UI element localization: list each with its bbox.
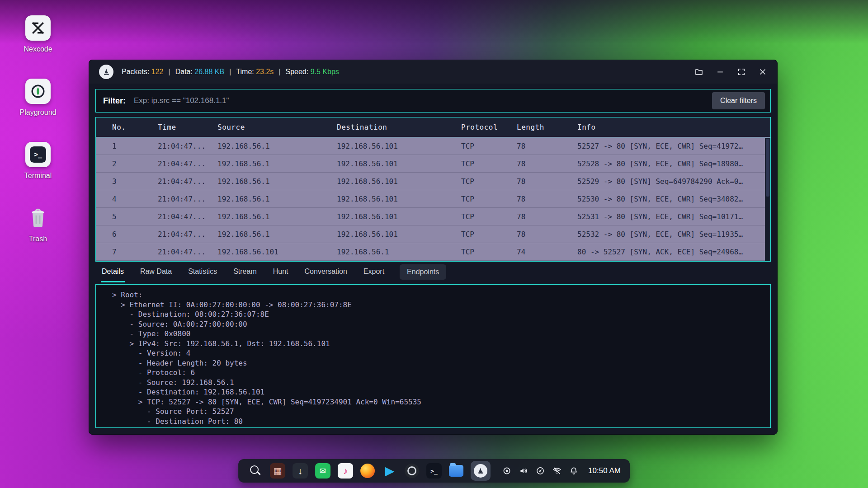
tree-node[interactable]: > Ethernet II: 0A:00:27:00:00:00 -> 08:0… [112,300,770,310]
cell: 78 [517,142,577,150]
table-scrollbar[interactable] [765,138,770,261]
music-icon[interactable]: ♪ [338,463,353,479]
cell: 78 [517,177,577,186]
maximize-button[interactable] [737,67,746,76]
messages-icon[interactable]: ✉ [315,463,330,479]
launcher-icon[interactable] [247,463,263,479]
column-header-protocol[interactable]: Protocol [461,123,517,131]
tree-field: - Destination Port: 80 [112,417,770,427]
column-header-destination[interactable]: Destination [337,123,461,131]
stat-separator: | [278,68,280,76]
cell: 192.168.56.1 [217,212,337,221]
packet-table: No.TimeSourceDestinationProtocolLengthIn… [95,117,771,262]
nexcode-icon [25,15,51,41]
column-header-time[interactable]: Time [158,123,217,131]
desktop-icon-nexcode[interactable]: Nexcode [24,15,52,53]
notifications-icon[interactable] [569,466,578,475]
terminal-glyph: >_ [30,146,46,163]
cell: 52527 -> 80 [SYN, ECE, CWR] Seq=41972… [577,142,770,150]
tree-node[interactable]: > TCP: 52527 -> 80 [SYN, ECE, CWR] Seq=4… [112,397,770,407]
table-row[interactable]: 621:04:47...192.168.56.1192.168.56.101TC… [96,225,770,243]
cell: 52528 -> 80 [SYN, ECE, CWR] Seq=18980… [577,160,770,168]
tab-export[interactable]: Export [363,262,385,282]
tab-conversation[interactable]: Conversation [304,262,348,282]
cell: 7 [112,248,158,256]
folder-icon[interactable] [694,67,703,76]
filter-input[interactable] [134,96,704,105]
cell: 192.168.56.1 [217,177,337,186]
stat-separator: | [229,68,231,76]
table-row[interactable]: 421:04:47...192.168.56.1192.168.56.101TC… [96,190,770,208]
close-button[interactable] [758,67,767,76]
cell: 21:04:47... [158,195,217,203]
tree-field: - Protocol: 6 [112,368,770,378]
app-logo-icon [99,65,113,79]
cell: 52531 -> 80 [SYN, ECE, CWR] Seq=10171… [577,212,770,221]
tree-field: - Source: 0A:00:27:00:00:00 [112,319,770,329]
terminal-icon[interactable]: >_ [426,463,442,479]
cell: 21:04:47... [158,230,217,239]
calculator-icon[interactable]: ▦ [270,463,285,479]
desktop-icon-playground[interactable]: Playground [20,79,57,117]
clear-filters-button[interactable]: Clear filters [712,92,765,109]
desktop-icon-list: Nexcode Playground >_ Terminal Trash [13,15,63,243]
browser-icon[interactable] [536,466,545,475]
play-store-icon[interactable]: ▶ [382,463,397,479]
tab-hunt[interactable]: Hunt [272,262,289,282]
tab-bar: DetailsRaw DataStatisticsStreamHuntConve… [89,262,777,282]
clock[interactable]: 10:50 AM [588,466,621,475]
cell: TCP [461,248,517,256]
column-header-length[interactable]: Length [517,123,577,131]
trash-icon [25,205,51,230]
camera-icon[interactable] [405,464,419,478]
package-installer-icon[interactable]: ↓ [292,463,308,479]
packet-sniffer-icon[interactable] [471,461,491,481]
table-row[interactable]: 121:04:47...192.168.56.1192.168.56.101TC… [96,137,770,155]
cell: 78 [517,195,577,203]
column-header-no[interactable]: No. [112,123,158,131]
dock-apps: ▦↓✉♪▶>_ [247,461,491,481]
tree-field: - Destination: 08:00:27:36:07:8E [112,310,770,319]
packet-table-header: No.TimeSourceDestinationProtocolLengthIn… [96,117,770,137]
cell: 192.168.56.1 [217,160,337,168]
table-row[interactable]: 321:04:47...192.168.56.1192.168.56.101TC… [96,173,770,190]
minimize-button[interactable] [716,67,725,76]
column-header-source[interactable]: Source [217,123,337,131]
scrollbar-thumb[interactable] [766,139,769,197]
desktop-icon-label: Terminal [24,172,52,180]
titlebar[interactable]: Packets: 122|Data: 26.88 KB|Time: 23.2s|… [89,60,777,84]
cell: 2 [112,160,158,168]
files-icon[interactable] [449,465,463,477]
tab-stream[interactable]: Stream [232,262,258,282]
window-controls [694,67,767,76]
wifi-off-icon[interactable] [552,466,561,475]
cell: TCP [461,177,517,186]
volume-icon[interactable] [519,466,528,475]
system-tray[interactable]: 10:50 AM [502,466,621,475]
firefox-icon[interactable] [360,464,375,478]
cell: 192.168.56.101 [337,177,461,186]
desktop-icon-trash[interactable]: Trash [25,205,51,243]
tree-field: - Source Port: 52527 [112,407,770,417]
cell: 192.168.56.101 [337,142,461,150]
table-row[interactable]: 721:04:47...192.168.56.101192.168.56.1TC… [96,243,770,261]
cell: 21:04:47... [158,160,217,168]
tab-statistics[interactable]: Statistics [187,262,218,282]
table-row[interactable]: 221:04:47...192.168.56.1192.168.56.101TC… [96,155,770,173]
column-header-info[interactable]: Info [577,123,770,131]
cell: TCP [461,230,517,239]
cell: 192.168.56.1 [337,248,461,256]
table-row[interactable]: 521:04:47...192.168.56.1192.168.56.101TC… [96,208,770,225]
cell: 192.168.56.101 [337,212,461,221]
cell: 192.168.56.1 [217,142,337,150]
desktop-icon-label: Nexcode [24,45,52,53]
tree-node[interactable]: > Root: [112,290,770,300]
tab-raw-data[interactable]: Raw Data [139,262,173,282]
tab-details[interactable]: Details [101,262,125,282]
tree-node[interactable]: > IPv4: Src: 192.168.56.1, Dst: 192.168.… [112,339,770,349]
packet-analyzer-window: Packets: 122|Data: 26.88 KB|Time: 23.2s|… [89,60,778,435]
desktop-icon-terminal[interactable]: >_ Terminal [24,142,52,180]
tree-field: - Destination: 192.168.56.101 [112,387,770,397]
tab-endpoints[interactable]: Endpoints [400,264,446,280]
record-icon[interactable] [502,466,511,475]
